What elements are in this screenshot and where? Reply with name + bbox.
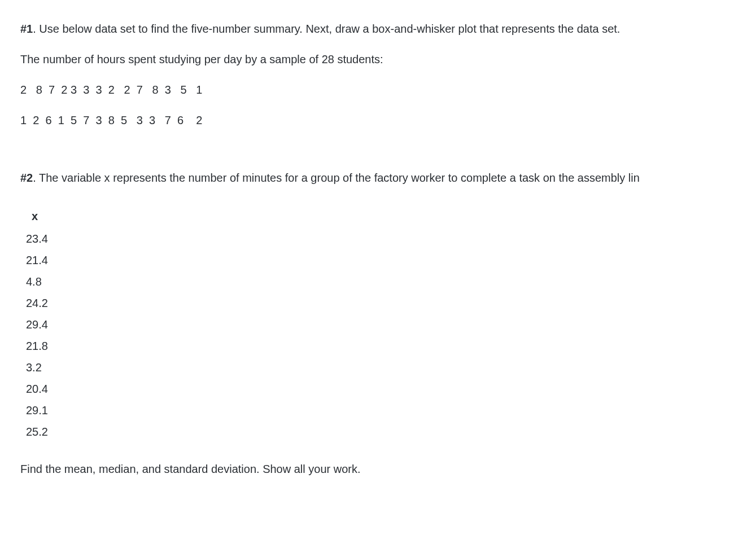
table-row: 29.1 xyxy=(20,400,49,421)
table-row: 23.4 xyxy=(20,228,49,249)
question-2: #2. The variable x represents the number… xyxy=(20,169,736,477)
table-row: 21.8 xyxy=(20,335,49,357)
table-row: 29.4 xyxy=(20,314,49,335)
q1-prompt: . Use below data set to find the five-nu… xyxy=(33,23,620,35)
q1-prompt-line: #1. Use below data set to find the five-… xyxy=(20,20,736,37)
q2-table-header: x xyxy=(20,204,49,228)
q2-label: #2 xyxy=(20,172,33,184)
q2-table: x 23.4 21.4 4.8 24.2 29.4 21.8 3.2 20.4 … xyxy=(20,204,49,442)
table-row: 20.4 xyxy=(20,378,49,400)
table-row: 4.8 xyxy=(20,271,49,292)
table-row: 24.2 xyxy=(20,292,49,314)
table-row: 3.2 xyxy=(20,357,49,378)
q1-label: #1 xyxy=(20,23,33,35)
table-row: 25.2 xyxy=(20,421,49,442)
question-1: #1. Use below data set to find the five-… xyxy=(20,20,736,129)
q1-subprompt: The number of hours spent studying per d… xyxy=(20,51,736,68)
q1-data-row-1: 2 8 7 2 3 3 3 2 2 7 8 3 5 1 xyxy=(20,81,736,98)
q2-prompt: . The variable x represents the number o… xyxy=(33,172,640,184)
q2-prompt-line: #2. The variable x represents the number… xyxy=(20,169,736,186)
table-row: 21.4 xyxy=(20,249,49,271)
q2-final-line: Find the mean, median, and standard devi… xyxy=(20,461,736,477)
q1-data-row-2: 1 2 6 1 5 7 3 8 5 3 3 7 6 2 xyxy=(20,112,736,129)
